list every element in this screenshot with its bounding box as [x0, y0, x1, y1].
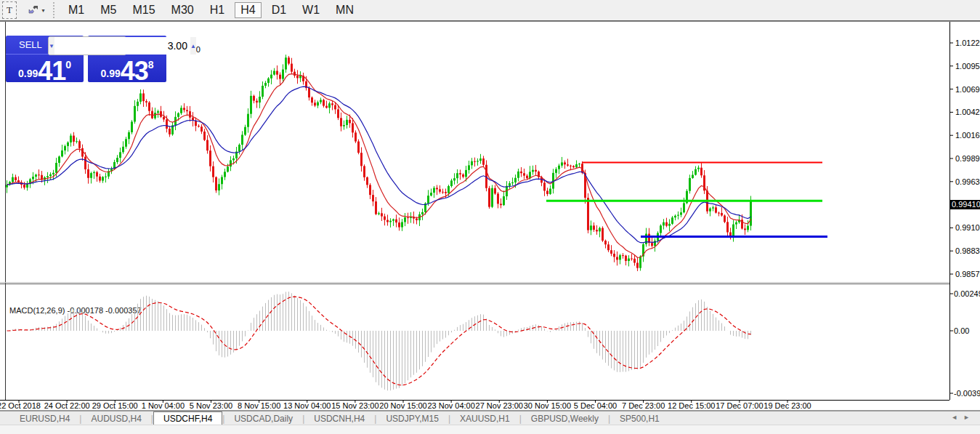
price-tick-label: 1.00160 — [955, 131, 980, 140]
chart-tab-usdcnh[interactable]: USDCNH,H4 — [304, 412, 374, 425]
chart-tab-usdchf[interactable]: USDCHF,H4 — [153, 411, 222, 425]
time-tick-label: 19 Dec 23:00 — [764, 401, 811, 410]
time-tick-label: 30 Nov 15:00 — [524, 401, 571, 410]
time-tick-label: 29 Oct 15:00 — [92, 401, 138, 410]
time-tick-label: 1 Nov 04:00 — [142, 401, 185, 410]
time-tick-label: 27 Nov 23:00 — [476, 401, 523, 410]
price-tick-label: 0.98835 — [955, 246, 980, 255]
volume-input[interactable] — [54, 37, 190, 55]
time-tick-label: 22 Oct 2018 — [0, 401, 41, 410]
volume-control: ▼ ▲ — [48, 36, 126, 55]
chart-tab-eurusd[interactable]: EURUSD,H4 — [10, 412, 79, 425]
status-strip — [0, 425, 980, 434]
macd-tick-label: 0.00 — [954, 326, 980, 335]
tab-scroll-right-icon[interactable]: ► — [963, 414, 976, 421]
time-tick-label: 12 Dec 15:00 — [668, 401, 715, 410]
time-tick-label: 15 Nov 23:00 — [331, 401, 378, 410]
price-tick-label: 0.99100 — [955, 223, 980, 232]
sell-price: 0.99410 — [6, 55, 84, 84]
price-tick-label: 1.00955 — [955, 62, 980, 71]
tab-scroll-arrows: ◄► — [951, 414, 976, 421]
price-tick-label: 0.98570 — [955, 270, 980, 278]
sell-label: SELL — [19, 39, 42, 50]
price-tick-label: 1.01220 — [955, 39, 980, 47]
volume-decrease-button[interactable]: ▼ — [49, 37, 54, 55]
buy-price: 0.99438 — [88, 55, 166, 84]
time-tick-label: 7 Dec 23:00 — [622, 401, 665, 410]
macd-tick-label: 0.002492 — [954, 289, 980, 298]
price-tick-label: 1.00690 — [955, 85, 980, 94]
price-tick-label: 1.00425 — [955, 108, 980, 116]
time-tick-label: 24 Oct 22:00 — [44, 401, 90, 410]
time-tick-label: 23 Nov 04:00 — [427, 401, 474, 410]
chart-tab-gbpusd[interactable]: GBPUSD,Weekly — [522, 412, 608, 425]
chart-tab-usdcad[interactable]: USDCAD,Daily — [224, 412, 302, 425]
time-tick-label: 17 Dec 07:00 — [716, 401, 763, 410]
current-price-tag: 0.99410 — [950, 200, 980, 209]
volume-increase-button[interactable]: ▲ — [190, 37, 196, 55]
tab-scroll-left-icon[interactable]: ◄ — [951, 414, 963, 421]
chart-tab-sp500[interactable]: SP500,H1 — [610, 412, 669, 425]
mt4-application-window: T ▾ M1M5M15M30H1H4D1W1MN ▲USDCHF,H4 0.99… — [0, 0, 980, 434]
macd-tick-label: -0.003913 — [954, 389, 980, 398]
time-tick-label: 5 Nov 23:00 — [190, 401, 232, 410]
one-click-trading-panel: SELL 0.99410 BUY 0.99438 ▼ ▲ — [6, 36, 166, 82]
chart-tab-usdjpy[interactable]: USDJPY,M15 — [376, 412, 448, 425]
chart-tab-audusd[interactable]: AUDUSD,H4 — [81, 412, 150, 425]
time-tick-label: 13 Nov 04:00 — [283, 401, 331, 410]
time-tick-label: 5 Dec 04:00 — [574, 401, 617, 410]
chart-tab-bar: EURUSD,H4|AUDUSD,H4|USDCHF,H4|USDCAD,Dai… — [0, 411, 980, 425]
price-tick-label: 0.99630 — [955, 177, 980, 186]
price-tick-label: 0.99895 — [955, 154, 980, 163]
time-tick-label: 20 Nov 15:00 — [379, 401, 426, 410]
chart-tab-xauusd[interactable]: XAUUSD,H1 — [450, 412, 519, 425]
time-tick-label: 8 Nov 15:00 — [238, 401, 280, 410]
